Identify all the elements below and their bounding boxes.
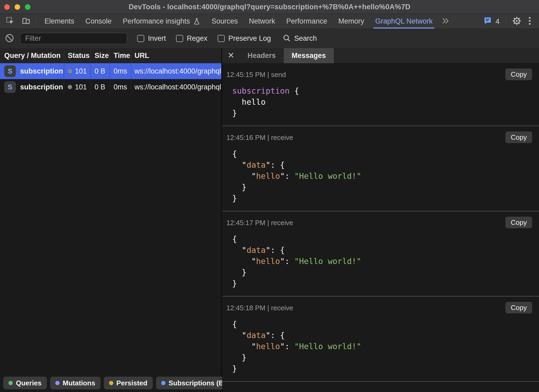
filter-toolbar: InvertRegexPreserve Log Search [0,29,539,48]
checkbox-preserve-log[interactable] [218,35,225,42]
checkbox-invert[interactable] [137,35,144,42]
code-token-plain: " [232,245,246,255]
checkbox-group-invert: Invert [137,34,166,43]
filter-dot-mutations [55,381,60,385]
message-block: 12:45:15 PM | sendCopysubscription { hel… [222,63,539,126]
copy-button[interactable]: Copy [505,302,532,313]
clear-button[interactable] [2,33,17,44]
devtools-tabbar: ElementsConsolePerformance insightsSourc… [0,14,539,29]
column-header-url[interactable]: URL [131,48,221,63]
code-line: { [232,319,539,330]
tab-sources[interactable]: Sources [206,14,243,29]
issues-count: 4 [495,17,500,26]
close-window-button[interactable] [4,4,10,10]
issues-bubble-icon [483,17,492,26]
message-header: 12:45:16 PM | receiveCopy [226,131,539,143]
operation-name: subscription [20,83,63,91]
tab-label: Memory [338,17,364,25]
copy-button[interactable]: Copy [505,131,532,143]
tab-network[interactable]: Network [243,14,281,29]
tab-elements[interactable]: Elements [39,14,80,29]
message-header: 12:45:17 PM | receiveCopy [226,217,539,228]
status-dot [68,85,72,89]
messages-list: 12:45:15 PM | sendCopysubscription { hel… [222,63,539,392]
checkbox-group-preserve-log: Preserve Log [218,34,271,43]
filter-pill-queries[interactable]: Queries [3,377,47,389]
code-line: } [232,267,539,278]
filter-pill-label: Mutations [63,379,95,387]
request-rows: Ssubscription1010 B0msws://localhost:400… [0,63,221,373]
message-header: 12:45:18 PM | receiveCopy [226,302,539,313]
code-token-plain: { [232,320,237,329]
more-options-button[interactable] [525,16,535,26]
message-timestamp: 12:45:18 PM | receive [226,302,293,312]
tab-performance[interactable]: Performance [281,14,333,29]
operation-name: subscription [20,67,63,75]
settings-button[interactable] [509,16,525,27]
column-header-query-mutation[interactable]: Query / Mutation [0,48,64,63]
table-header: Query / Mutation Status Size Time URL [0,48,221,63]
filter-dot-queries [8,381,13,385]
code-line: } [232,363,539,374]
code-line: } [232,278,539,289]
cell-size: 0 B [91,63,110,79]
checkbox-groups: InvertRegexPreserve Log [127,34,271,43]
tab-performance-insights[interactable]: Performance insights [117,14,206,29]
status-value: 101 [75,67,87,75]
inspect-element-button[interactable] [3,14,18,29]
gear-icon [512,16,522,27]
main-split: Query / Mutation Status Size Time URL Ss… [0,48,539,392]
code-token-key: hello [256,257,280,266]
search-icon [282,34,291,43]
double-chevron-icon [441,17,449,25]
column-header-time[interactable]: Time [110,48,131,63]
tab-messages[interactable]: Messages [284,48,334,63]
code-token-plain: { [232,149,237,158]
table-row[interactable]: Ssubscription1010 B0msws://localhost:400… [0,79,221,95]
code-token-plain: " [232,171,256,181]
tab-graphql-network[interactable]: GraphQL Network [370,14,438,29]
tabbar-right-separator [506,17,506,25]
message-code: { "data": { "hello": "Hello world!" }} [232,148,539,204]
code-token-plain: hello [232,97,266,107]
zoom-window-button[interactable] [25,4,30,10]
copy-button[interactable]: Copy [505,69,532,80]
checkbox-label: Regex [187,34,208,43]
table-row[interactable]: Ssubscription1010 B0msws://localhost:400… [0,63,221,79]
checkbox-label: Invert [148,34,166,43]
copy-button[interactable]: Copy [505,217,532,228]
filter-pill-label: Queries [16,379,42,387]
more-tabs-button[interactable] [438,14,452,29]
checkbox-regex[interactable] [176,35,183,42]
column-header-status[interactable]: Status [64,48,91,63]
devtools-window: DevTools - localhost:4000/graphql?query=… [0,0,539,392]
filter-pill-mutations[interactable]: Mutations [50,377,101,389]
tab-label: Sources [212,17,238,25]
search-control[interactable]: Search [282,34,317,43]
code-line: subscription { [232,85,539,97]
code-token-plain: " [232,342,256,351]
code-token-key: hello [256,342,280,351]
column-header-size[interactable]: Size [91,48,110,63]
cell-query-mutation: Ssubscription [0,63,64,79]
close-details-button[interactable] [222,48,240,63]
code-token-string: "Hello world!" [294,257,361,266]
code-line: "hello": "Hello world!" [232,171,539,182]
filter-pill-persisted[interactable]: Persisted [104,377,153,389]
tab-headers[interactable]: Headers [240,48,284,63]
cell-time: 0ms [110,63,131,79]
message-header: 12:45:15 PM | sendCopy [226,69,539,80]
minimize-window-button[interactable] [15,4,20,10]
block-icon [5,33,15,44]
tab-label: Elements [44,17,74,25]
code-token-key: data [246,160,266,170]
code-token-keyword: subscription [232,86,290,95]
device-toolbar-icon [21,16,30,26]
tab-console[interactable]: Console [80,14,117,29]
requests-panel: Query / Mutation Status Size Time URL Ss… [0,48,222,392]
filter-input[interactable] [20,33,127,44]
device-toolbar-button[interactable] [18,14,33,29]
issues-button[interactable]: 4 [479,17,503,26]
tab-memory[interactable]: Memory [333,14,370,29]
tab-label: Performance insights [123,17,190,25]
